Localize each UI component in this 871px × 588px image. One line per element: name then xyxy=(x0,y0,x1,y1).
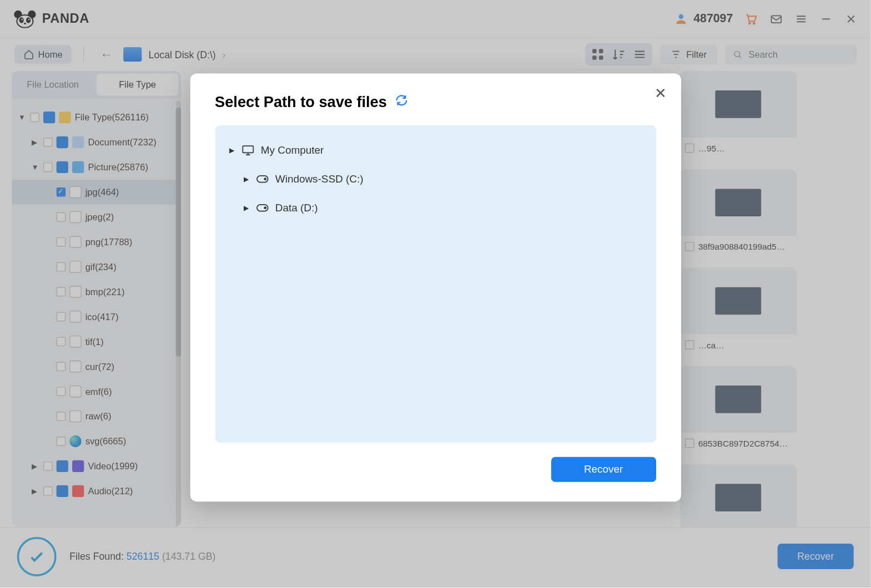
path-label: My Computer xyxy=(261,144,324,156)
path-tree-item[interactable]: ▶Data (D:) xyxy=(224,194,647,222)
svg-rect-17 xyxy=(243,146,253,153)
select-path-modal: ✕ Select Path to save files ▶My Computer… xyxy=(190,73,681,501)
modal-title-text: Select Path to save files xyxy=(215,93,387,111)
path-label: Windows-SSD (C:) xyxy=(275,173,364,185)
refresh-icon[interactable] xyxy=(395,93,408,111)
path-tree: ▶My Computer▶Windows-SSD (C:)▶Data (D:) xyxy=(215,125,656,443)
path-tree-item[interactable]: ▶My Computer xyxy=(224,136,647,165)
modal-overlay: ✕ Select Path to save files ▶My Computer… xyxy=(0,0,871,587)
modal-title: Select Path to save files xyxy=(215,93,656,111)
svg-point-19 xyxy=(264,178,266,180)
svg-point-21 xyxy=(264,207,266,209)
modal-recover-button[interactable]: Recover xyxy=(551,457,656,482)
path-tree-item[interactable]: ▶Windows-SSD (C:) xyxy=(224,165,647,194)
path-label: Data (D:) xyxy=(275,202,318,214)
close-icon[interactable]: ✕ xyxy=(654,85,666,103)
